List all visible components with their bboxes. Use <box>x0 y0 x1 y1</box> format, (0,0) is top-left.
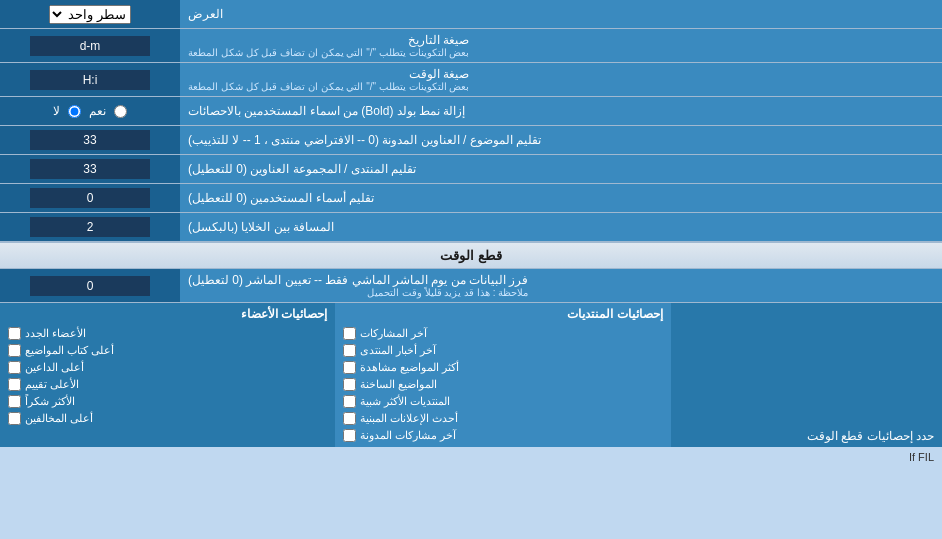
topic-title-input-container <box>0 126 180 154</box>
forum-title-text: تقليم المنتدى / المجموعة العناوين (0 للت… <box>188 162 416 176</box>
cell-spacing-input[interactable] <box>30 217 150 237</box>
stat-item-2: آخر أخبار المنتدى <box>343 343 662 358</box>
member-stat-checkbox-3[interactable] <box>8 361 21 374</box>
main-container: العرض سطر واحد سطرين ثلاثة أسطر صيغة الت… <box>0 0 942 467</box>
bold-label-text: إزالة نمط بولد (Bold) من اسماء المستخدمي… <box>188 104 465 118</box>
stat-checkbox-5[interactable] <box>343 395 356 408</box>
date-format-input[interactable] <box>30 36 150 56</box>
cell-spacing-label: المسافة بين الخلايا (بالبكسل) <box>180 213 942 241</box>
member-stat-label-2: أعلى كتاب المواضيع <box>25 344 114 357</box>
username-trim-input-container <box>0 184 180 212</box>
forum-title-input-container <box>0 155 180 183</box>
cell-spacing-input-container <box>0 213 180 241</box>
member-stat-checkbox-5[interactable] <box>8 395 21 408</box>
cell-spacing-row: المسافة بين الخلايا (بالبكسل) <box>0 213 942 242</box>
topic-title-text: تقليم الموضوع / العناوين المدونة (0 -- ا… <box>188 133 541 147</box>
stat-item-7: آخر مشاركات المدونة <box>343 428 662 443</box>
time-cut-row: فرز البيانات من يوم الماشر الماشي فقط --… <box>0 269 942 303</box>
forum-title-row: تقليم المنتدى / المجموعة العناوين (0 للت… <box>0 155 942 184</box>
forum-stats-title: إحصائيات المنتديات <box>343 307 662 321</box>
bold-radio-container: نعم لا <box>0 97 180 125</box>
date-format-row: صيغة التاريخ بعض التكوينات يتطلب "/" الت… <box>0 29 942 63</box>
stats-section: حدد إحصائيات قطع الوقت إحصائيات المنتديا… <box>0 303 942 447</box>
member-stat-label-6: أعلى المخالفين <box>25 412 93 425</box>
stat-checkbox-6[interactable] <box>343 412 356 425</box>
time-cut-section-title: قطع الوقت <box>440 248 502 263</box>
time-cut-title: فرز البيانات من يوم الماشر الماشي فقط --… <box>188 273 528 287</box>
stats-title-col: حدد إحصائيات قطع الوقت <box>671 303 942 447</box>
topic-title-input[interactable] <box>30 130 150 150</box>
member-stat-checkbox-6[interactable] <box>8 412 21 425</box>
forum-stats-col: إحصائيات المنتديات آخر المشاركات آخر أخب… <box>335 303 670 447</box>
bold-yes-radio[interactable] <box>114 105 127 118</box>
member-stat-item-2: أعلى كتاب المواضيع <box>8 343 327 358</box>
date-format-input-container <box>0 29 180 62</box>
stat-label-5: المنتديات الأكثر شبية <box>360 395 450 408</box>
stat-item-4: المواضيع الساخنة <box>343 377 662 392</box>
member-stat-item-4: الأعلى تقييم <box>8 377 327 392</box>
member-stat-label-3: أعلى الداعين <box>25 361 84 374</box>
date-format-sublabel: بعض التكوينات يتطلب "/" التي يمكن ان تضا… <box>188 47 469 58</box>
member-stats-title: إحصائيات الأعضاء <box>8 307 327 321</box>
member-stat-checkbox-2[interactable] <box>8 344 21 357</box>
bold-no-radio[interactable] <box>68 105 81 118</box>
member-stat-item-6: أعلى المخالفين <box>8 411 327 426</box>
member-stat-checkbox-4[interactable] <box>8 378 21 391</box>
bottom-text: If FIL <box>0 447 942 467</box>
member-stats-col: إحصائيات الأعضاء الأعضاء الجدد أعلى كتاب… <box>0 303 335 447</box>
stat-label-6: أحدث الإعلانات المبنية <box>360 412 458 425</box>
member-stat-item-3: أعلى الداعين <box>8 360 327 375</box>
time-cut-label: فرز البيانات من يوم الماشر الماشي فقط --… <box>180 269 942 302</box>
cell-spacing-text: المسافة بين الخلايا (بالبكسل) <box>188 220 334 234</box>
header-label-text: العرض <box>188 7 223 21</box>
stat-item-5: المنتديات الأكثر شبية <box>343 394 662 409</box>
time-format-input[interactable] <box>30 70 150 90</box>
member-stat-checkbox-1[interactable] <box>8 327 21 340</box>
header-row: العرض سطر واحد سطرين ثلاثة أسطر <box>0 0 942 29</box>
date-format-label: صيغة التاريخ بعض التكوينات يتطلب "/" الت… <box>180 29 942 62</box>
stat-checkbox-7[interactable] <box>343 429 356 442</box>
header-input: سطر واحد سطرين ثلاثة أسطر <box>0 0 180 28</box>
time-format-label: صيغة الوقت بعض التكوينات يتطلب "/" التي … <box>180 63 942 96</box>
display-mode-select[interactable]: سطر واحد سطرين ثلاثة أسطر <box>49 5 131 24</box>
bottom-text-value: If FIL <box>909 451 934 463</box>
stat-item-3: أكثر المواضيع مشاهدة <box>343 360 662 375</box>
bold-yes-label: نعم <box>89 104 106 118</box>
topic-title-label: تقليم الموضوع / العناوين المدونة (0 -- ا… <box>180 126 942 154</box>
time-format-title: صيغة الوقت <box>188 67 469 81</box>
stats-section-title: حدد إحصائيات قطع الوقت <box>807 429 934 443</box>
bold-row: إزالة نمط بولد (Bold) من اسماء المستخدمي… <box>0 97 942 126</box>
time-format-input-container <box>0 63 180 96</box>
time-format-sublabel: بعض التكوينات يتطلب "/" التي يمكن ان تضا… <box>188 81 469 92</box>
stat-label-2: آخر أخبار المنتدى <box>360 344 436 357</box>
stat-checkbox-3[interactable] <box>343 361 356 374</box>
bold-label: إزالة نمط بولد (Bold) من اسماء المستخدمي… <box>180 97 942 125</box>
time-cut-sublabel: ملاحظة : هذا قد يزيد قليلاً وقت التحميل <box>188 287 528 298</box>
stat-label-7: آخر مشاركات المدونة <box>360 429 456 442</box>
time-cut-section-header: قطع الوقت <box>0 242 942 269</box>
stat-label-1: آخر المشاركات <box>360 327 427 340</box>
username-trim-text: تقليم أسماء المستخدمين (0 للتعطيل) <box>188 191 374 205</box>
stat-item-1: آخر المشاركات <box>343 326 662 341</box>
member-stat-item-5: الأكثر شكراً <box>8 394 327 409</box>
bold-no-label: لا <box>53 104 60 118</box>
stat-label-3: أكثر المواضيع مشاهدة <box>360 361 459 374</box>
time-cut-input-container <box>0 269 180 302</box>
username-trim-label: تقليم أسماء المستخدمين (0 للتعطيل) <box>180 184 942 212</box>
username-trim-input[interactable] <box>30 188 150 208</box>
forum-title-label: تقليم المنتدى / المجموعة العناوين (0 للت… <box>180 155 942 183</box>
date-format-title: صيغة التاريخ <box>188 33 469 47</box>
topic-title-row: تقليم الموضوع / العناوين المدونة (0 -- ا… <box>0 126 942 155</box>
time-cut-input[interactable] <box>30 276 150 296</box>
username-trim-row: تقليم أسماء المستخدمين (0 للتعطيل) <box>0 184 942 213</box>
member-stat-label-5: الأكثر شكراً <box>25 395 75 408</box>
stat-label-4: المواضيع الساخنة <box>360 378 437 391</box>
stat-checkbox-2[interactable] <box>343 344 356 357</box>
member-stat-label-4: الأعلى تقييم <box>25 378 79 391</box>
header-label: العرض <box>180 0 942 28</box>
stat-checkbox-4[interactable] <box>343 378 356 391</box>
member-stat-item-1: الأعضاء الجدد <box>8 326 327 341</box>
stat-checkbox-1[interactable] <box>343 327 356 340</box>
member-stat-label-1: الأعضاء الجدد <box>25 327 86 340</box>
forum-title-input[interactable] <box>30 159 150 179</box>
